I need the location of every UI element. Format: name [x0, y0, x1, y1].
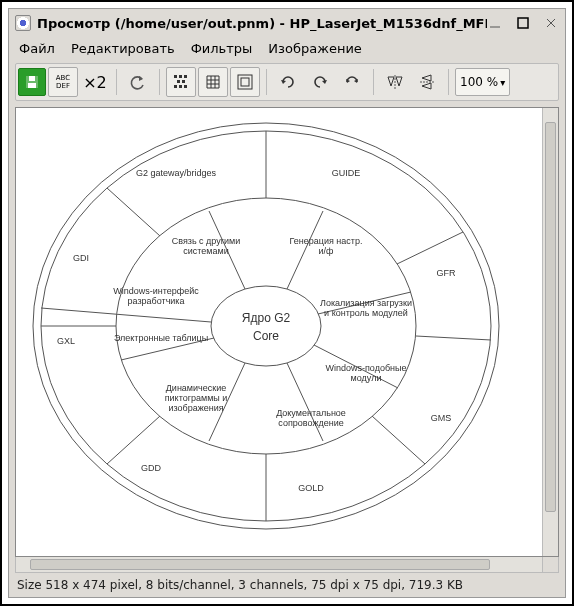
zoom-combo[interactable]: 100 % ▾	[455, 68, 510, 96]
svg-rect-11	[182, 80, 185, 83]
rotate-ccw-icon[interactable]	[305, 67, 335, 97]
maximize-button[interactable]	[515, 15, 531, 31]
diagram-outer-gdd: GDD	[141, 463, 162, 473]
titlebar: Просмотр (/home/user/out.pnm) - HP_Laser…	[9, 9, 565, 37]
svg-rect-8	[179, 75, 182, 78]
svg-line-24	[397, 232, 463, 264]
statusbar: Size 518 x 474 pixel, 8 bits/channel, 3 …	[9, 573, 565, 597]
diagram-outer-gold: GOLD	[298, 483, 324, 493]
svg-line-37	[41, 308, 211, 322]
diagram-inner-comm: Связь с другимисистемами	[172, 236, 241, 256]
zoom-2x-button[interactable]: ×2	[80, 67, 110, 97]
diagram-core-l1: Ядро G2	[242, 311, 291, 325]
zoom-value: 100 %	[460, 75, 498, 89]
minimize-button[interactable]	[487, 15, 503, 31]
diagram-inner-windev: Windows-интерфейсразработчика	[113, 286, 199, 306]
app-icon	[15, 15, 31, 31]
dither-icon[interactable]	[166, 67, 196, 97]
ocr-button[interactable]: ABCDEF	[48, 67, 78, 97]
vertical-scrollbar[interactable]	[542, 108, 558, 556]
window-title: Просмотр (/home/user/out.pnm) - HP_Laser…	[37, 16, 487, 31]
svg-rect-5	[28, 83, 36, 88]
diagram-inner-gen: Генерация настр.и/ф	[290, 236, 363, 256]
diagram-outer-g2gw: G2 gateway/bridges	[136, 168, 217, 178]
image-canvas[interactable]: Ядро G2 Core Связь с другимисистемами Ге…	[16, 108, 542, 556]
svg-rect-10	[177, 80, 180, 83]
menu-file[interactable]: Файл	[19, 41, 55, 56]
svg-line-30	[107, 188, 160, 236]
diagram-core-l2: Core	[253, 329, 279, 343]
diagram-inner-doc: Документальноесопровождение	[276, 408, 346, 428]
diagram-outer-gdi: GDI	[73, 253, 89, 263]
diagram-inner-pict: Динамическиепиктограммы иизображения	[165, 383, 228, 413]
save-button[interactable]	[18, 68, 46, 96]
svg-line-34	[287, 363, 323, 441]
svg-point-22	[211, 286, 321, 366]
close-button[interactable]	[543, 15, 559, 31]
rotate-180-icon[interactable]	[337, 67, 367, 97]
svg-rect-7	[174, 75, 177, 78]
horizontal-scrollbar-thumb[interactable]	[30, 559, 490, 570]
svg-point-21	[116, 198, 416, 454]
svg-rect-1	[518, 18, 528, 28]
diagram-outer-gfr: GFR	[437, 268, 456, 278]
menu-filters[interactable]: Фильтры	[191, 41, 253, 56]
flip-horizontal-icon[interactable]	[380, 67, 410, 97]
svg-rect-16	[241, 78, 249, 86]
svg-rect-6	[29, 76, 35, 81]
svg-rect-15	[238, 75, 252, 89]
vertical-scrollbar-thumb[interactable]	[545, 122, 556, 512]
svg-rect-13	[179, 85, 182, 88]
diagram-inner-local: Локализация загрузкии контроль модулей	[320, 298, 412, 318]
svg-line-25	[416, 336, 491, 340]
svg-rect-12	[174, 85, 177, 88]
rotate-cw-icon[interactable]	[273, 67, 303, 97]
svg-line-28	[107, 416, 160, 464]
diagram-outer-gms: GMS	[431, 413, 452, 423]
image-viewport: Ядро G2 Core Связь с другимисистемами Ге…	[15, 107, 559, 557]
menu-edit[interactable]: Редактировать	[71, 41, 175, 56]
undo-button[interactable]	[123, 67, 153, 97]
svg-line-26	[372, 416, 425, 464]
flip-vertical-icon[interactable]	[412, 67, 442, 97]
horizontal-scrollbar[interactable]	[15, 557, 543, 573]
svg-rect-9	[184, 75, 187, 78]
crop-autocrop-icon[interactable]	[230, 67, 260, 97]
diagram-inner-sheets: Электронные таблицы	[114, 333, 208, 343]
toolbar: ABCDEF ×2	[15, 63, 559, 101]
scrollbar-corner	[543, 557, 559, 573]
menubar: Файл Редактировать Фильтры Изображение	[9, 37, 565, 60]
grid-icon[interactable]	[198, 67, 228, 97]
status-text: Size 518 x 474 pixel, 8 bits/channel, 3 …	[17, 578, 463, 592]
diagram-outer-gxl: GXL	[57, 336, 75, 346]
chevron-down-icon: ▾	[500, 77, 505, 88]
svg-rect-14	[184, 85, 187, 88]
diagram-outer-guide: GUIDE	[332, 168, 361, 178]
diagram-inner-winlike: Windows-подобныемодули	[325, 363, 406, 383]
menu-image[interactable]: Изображение	[268, 41, 361, 56]
